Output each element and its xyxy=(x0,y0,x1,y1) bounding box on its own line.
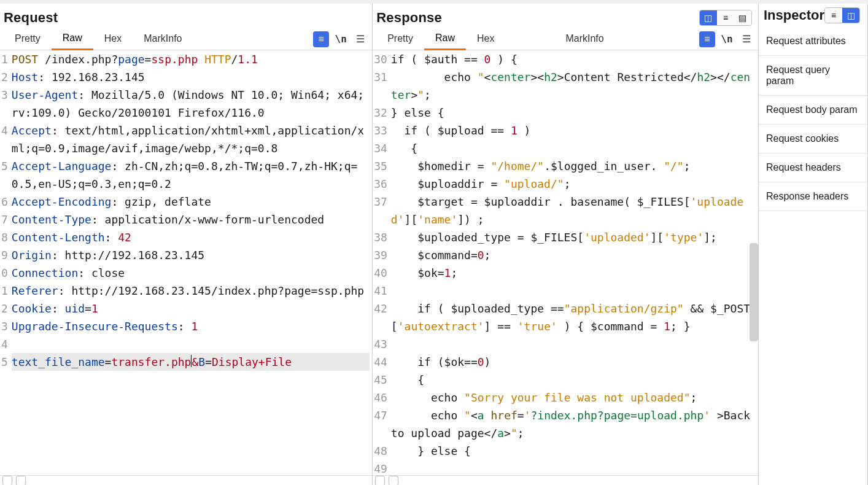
tab-hex[interactable]: Hex xyxy=(93,29,133,49)
resp-tab-markinfo[interactable]: MarkInfo xyxy=(554,29,614,49)
request-title: Request xyxy=(4,10,58,26)
inspector-item[interactable]: Request body param xyxy=(759,96,867,125)
scrollbar-thumb[interactable] xyxy=(750,243,758,341)
tab-raw[interactable]: Raw xyxy=(52,29,93,50)
resp-actions-icon[interactable]: ≡ xyxy=(699,31,715,47)
menu-icon[interactable] xyxy=(352,31,368,47)
resp-tab-pretty[interactable]: Pretty xyxy=(376,29,424,49)
resp-arrow-icon[interactable] xyxy=(389,476,398,486)
response-tabs: Pretty Raw Hex MarkInfo ≡ \n xyxy=(373,28,758,50)
inspector-panel: Inspector Request attributesRequest quer… xyxy=(759,4,868,485)
layout-columns-icon[interactable] xyxy=(700,10,717,25)
inspector-item[interactable]: Request headers xyxy=(759,153,867,182)
tab-pretty[interactable]: Pretty xyxy=(4,29,52,49)
response-panel: Response Pretty Raw Hex MarkInfo ≡ \n 30… xyxy=(373,4,759,485)
gear-icon[interactable] xyxy=(2,476,12,486)
inspector-item[interactable]: Response headers xyxy=(759,182,867,211)
resp-tab-raw[interactable]: Raw xyxy=(424,29,466,50)
resp-gear-icon[interactable] xyxy=(375,476,385,486)
response-editor[interactable]: 3031 323334353637 3839404142 4344454647 … xyxy=(373,50,758,475)
layout-toggle[interactable] xyxy=(699,10,752,26)
insp-layout2-icon[interactable] xyxy=(842,8,859,23)
layout-grid-icon[interactable] xyxy=(734,10,751,25)
inspector-item[interactable]: Request cookies xyxy=(759,125,867,153)
resp-wrap-icon[interactable]: \n xyxy=(719,31,735,47)
resp-menu-icon[interactable] xyxy=(738,31,754,47)
insp-layout1-icon[interactable] xyxy=(825,8,842,23)
tab-markinfo[interactable]: MarkInfo xyxy=(133,29,193,49)
arrow-icon[interactable] xyxy=(16,476,26,486)
wrap-icon[interactable]: \n xyxy=(333,31,349,47)
request-bottom-bar xyxy=(0,475,372,485)
actions-icon[interactable]: ≡ xyxy=(313,31,329,47)
inspector-layout-toggle[interactable] xyxy=(824,7,860,23)
layout-stack-icon[interactable] xyxy=(717,10,734,25)
inspector-item[interactable]: Request attributes xyxy=(759,27,867,56)
request-panel: Request Pretty Raw Hex MarkInfo ≡ \n 123… xyxy=(0,4,373,485)
resp-tab-hex[interactable]: Hex xyxy=(466,29,505,49)
inspector-item[interactable]: Request query param xyxy=(759,56,867,96)
inspector-title: Inspector xyxy=(764,7,824,23)
response-title: Response xyxy=(376,10,442,26)
response-bottom-bar xyxy=(373,475,758,485)
inspector-list: Request attributesRequest query paramReq… xyxy=(759,27,867,211)
request-tabs: Pretty Raw Hex MarkInfo ≡ \n xyxy=(0,28,372,50)
request-editor[interactable]: 123 4 5 6789012345 POST /index.php?page=… xyxy=(0,50,372,475)
